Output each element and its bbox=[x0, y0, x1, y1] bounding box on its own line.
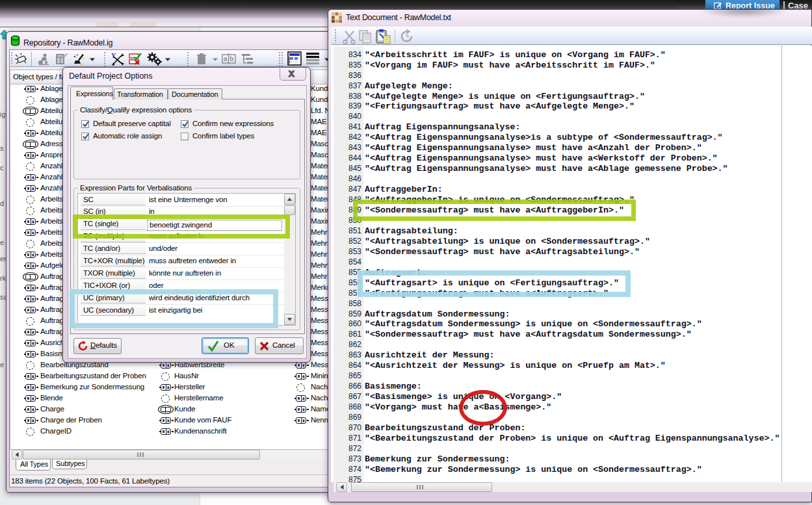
svg-text:a: a bbox=[224, 55, 228, 62]
svg-text:b: b bbox=[229, 55, 233, 62]
